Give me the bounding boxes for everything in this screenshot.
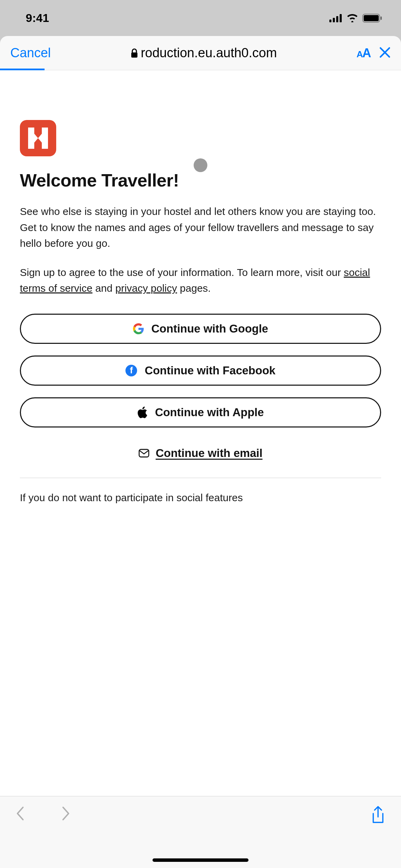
status-bar: 9:41 bbox=[0, 0, 401, 36]
email-link-label: Continue with email bbox=[156, 447, 263, 460]
brand-logo bbox=[20, 120, 56, 156]
svg-rect-10 bbox=[139, 449, 149, 457]
loading-indicator bbox=[194, 158, 207, 172]
chevron-right-icon bbox=[61, 806, 71, 821]
battery-icon bbox=[362, 14, 382, 23]
privacy-link[interactable]: privacy policy bbox=[115, 282, 177, 294]
email-icon bbox=[138, 449, 149, 458]
svg-rect-6 bbox=[380, 16, 382, 20]
back-button[interactable] bbox=[15, 806, 25, 822]
lock-icon bbox=[131, 48, 138, 58]
close-button[interactable] bbox=[379, 47, 391, 60]
continue-facebook-button[interactable]: f Continue with Facebook bbox=[20, 355, 381, 386]
continue-google-button[interactable]: Continue with Google bbox=[20, 314, 381, 344]
url-text: roduction.eu.auth0.com bbox=[141, 46, 277, 60]
page-description: See who else is staying in your hostel a… bbox=[20, 204, 381, 252]
svg-rect-7 bbox=[131, 52, 137, 58]
footer-text: If you do not want to participate in soc… bbox=[20, 492, 381, 504]
hostelworld-logo-icon bbox=[28, 128, 48, 149]
svg-rect-2 bbox=[336, 16, 338, 22]
svg-rect-0 bbox=[329, 20, 331, 22]
forward-button[interactable] bbox=[61, 806, 71, 822]
continue-email-link[interactable]: Continue with email bbox=[20, 439, 381, 474]
page-title: Welcome Traveller! bbox=[20, 170, 381, 191]
svg-rect-3 bbox=[340, 14, 342, 22]
facebook-button-label: Continue with Facebook bbox=[145, 364, 275, 377]
cellular-icon bbox=[329, 14, 342, 22]
google-icon bbox=[133, 323, 144, 334]
chevron-left-icon bbox=[15, 806, 25, 821]
address-bar[interactable]: roduction.eu.auth0.com bbox=[59, 46, 348, 60]
share-button[interactable] bbox=[370, 806, 386, 826]
browser-header: Cancel roduction.eu.auth0.com AA bbox=[0, 36, 401, 70]
facebook-icon: f bbox=[125, 365, 137, 376]
browser-toolbar bbox=[0, 796, 401, 868]
google-button-label: Continue with Google bbox=[151, 322, 268, 335]
svg-rect-5 bbox=[364, 15, 379, 21]
divider bbox=[20, 478, 381, 478]
cancel-button[interactable]: Cancel bbox=[10, 46, 51, 60]
apple-icon bbox=[137, 407, 147, 418]
web-content: Welcome Traveller! See who else is stayi… bbox=[0, 70, 401, 796]
svg-rect-1 bbox=[333, 18, 335, 22]
share-icon bbox=[370, 806, 386, 824]
close-icon bbox=[379, 47, 391, 58]
wifi-icon bbox=[347, 14, 358, 22]
terms-text: Sign up to agree to the use of your info… bbox=[20, 265, 381, 297]
text-size-button[interactable]: AA bbox=[356, 46, 370, 60]
browser-sheet: Cancel roduction.eu.auth0.com AA bbox=[0, 36, 401, 868]
status-time: 9:41 bbox=[26, 11, 49, 25]
status-indicators bbox=[329, 14, 382, 23]
svg-rect-8 bbox=[28, 128, 34, 149]
home-indicator[interactable] bbox=[153, 858, 248, 862]
svg-rect-9 bbox=[42, 128, 48, 149]
apple-button-label: Continue with Apple bbox=[155, 406, 264, 419]
continue-apple-button[interactable]: Continue with Apple bbox=[20, 397, 381, 427]
